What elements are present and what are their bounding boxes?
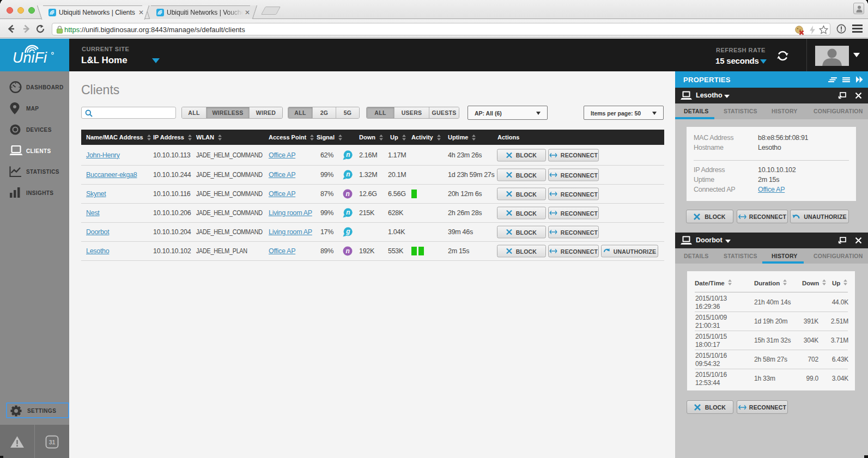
svg-text:n: n	[346, 170, 350, 178]
svg-text:n: n	[345, 247, 349, 255]
svg-text:n: n	[346, 151, 350, 158]
svg-text:UniFi: UniFi	[13, 50, 47, 66]
svg-text:n: n	[345, 190, 349, 198]
svg-text:31: 31	[49, 439, 56, 445]
svg-text:g: g	[345, 228, 350, 235]
svg-text:n: n	[346, 209, 350, 216]
